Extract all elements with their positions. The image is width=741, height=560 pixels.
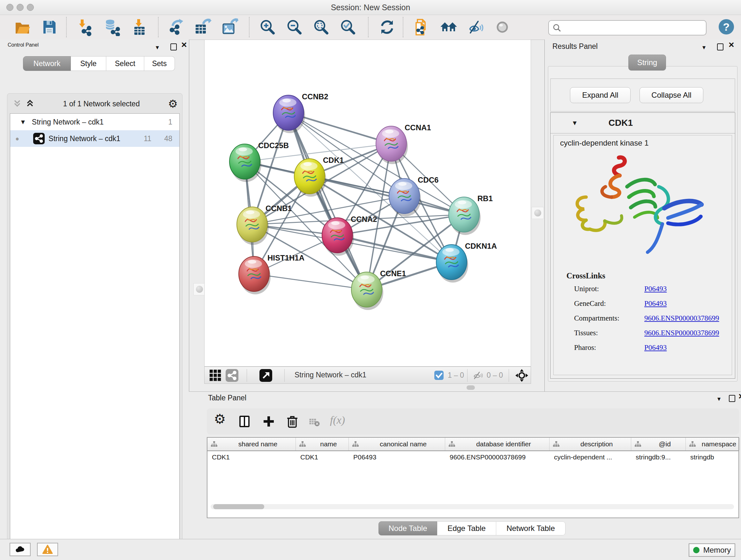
table-horizontal-scrollbar[interactable]: [211, 504, 734, 509]
table-cell[interactable]: stringdb: [686, 451, 740, 464]
search-box[interactable]: [548, 20, 706, 36]
table-panel-close-icon[interactable]: ×: [738, 393, 741, 401]
edge-ccnb2-ccne1[interactable]: [288, 113, 367, 290]
grid-view-icon[interactable]: [209, 369, 222, 383]
node-cdc6[interactable]: [389, 179, 421, 216]
show-all-button[interactable]: [493, 18, 511, 36]
network-tree-root-row[interactable]: ▼ String Network – cdk1 1: [10, 114, 179, 130]
export-network-button[interactable]: [167, 18, 185, 36]
edge-cdk1-rb1[interactable]: [310, 176, 464, 214]
node-cdk1[interactable]: [294, 159, 326, 197]
crosslink-link[interactable]: P06493: [644, 344, 667, 352]
edge-ccna2-cdkn1a[interactable]: [337, 235, 452, 262]
string-network-gray-icon[interactable]: [226, 369, 239, 383]
zoom-selected-button[interactable]: [339, 18, 357, 36]
tab-network-table[interactable]: Network Table: [496, 521, 565, 536]
table-cell[interactable]: 9606.ENSP00000378699: [445, 451, 549, 464]
expand-all-networks-icon[interactable]: [12, 98, 22, 109]
export-image-button[interactable]: [220, 18, 239, 36]
memory-button[interactable]: Memory: [689, 543, 735, 557]
first-neighbors-button[interactable]: [413, 18, 431, 36]
table-row[interactable]: CDK1CDK1P064939606.ENSP00000378699cyclin…: [207, 451, 738, 464]
results-panel-float-icon[interactable]: [717, 44, 724, 52]
node-ccne1[interactable]: [351, 272, 383, 310]
tab-style[interactable]: Style: [71, 56, 106, 71]
delete-column-trash-icon[interactable]: [285, 415, 299, 428]
crosslink-link[interactable]: 9606.ENSP00000378699: [644, 329, 719, 337]
column-header-database-identifier[interactable]: database identifier: [445, 438, 549, 450]
right-splitter-handle[interactable]: [532, 207, 544, 219]
network-canvas[interactable]: CCNB2CCNA1CDC25BCDK1CDC6RB1CCNB1CCNA2CDK…: [204, 40, 531, 367]
column-header--id[interactable]: @id: [631, 438, 686, 450]
horizontal-splitter-handle[interactable]: [467, 385, 475, 390]
save-session-button[interactable]: [40, 18, 58, 36]
table-panel-float-icon[interactable]: [729, 395, 735, 403]
collapse-all-button[interactable]: Collapse All: [639, 87, 703, 103]
import-network-file-button[interactable]: [77, 18, 95, 36]
column-header-description[interactable]: description: [549, 438, 631, 450]
tab-network[interactable]: Network: [23, 56, 71, 71]
node-cdc25b[interactable]: [229, 144, 261, 182]
table-cell[interactable]: CDK1: [207, 451, 296, 464]
section-collapse-arrow-icon[interactable]: ▼: [571, 119, 578, 127]
crosslink-link[interactable]: P06493: [644, 300, 667, 308]
node-ccnb2[interactable]: [273, 95, 305, 133]
table-cell[interactable]: CDK1: [296, 451, 349, 464]
create-column-plus-icon[interactable]: [262, 415, 276, 428]
tab-edge-table[interactable]: Edge Table: [437, 521, 496, 536]
collapse-arrow-icon[interactable]: ▼: [20, 118, 26, 126]
table-cell[interactable]: stringdb:9...: [631, 451, 686, 464]
column-header-canonical-name[interactable]: canonical name: [349, 438, 445, 450]
control-panel-close-icon[interactable]: ×: [181, 42, 187, 49]
cloud-status-button[interactable]: [10, 543, 30, 556]
table-panel-menu-icon[interactable]: ▾: [718, 395, 721, 402]
network-tree-child-row[interactable]: ● String Network – cdk1 11 48: [10, 130, 179, 147]
node-ccna2[interactable]: [322, 218, 354, 256]
node-result-header[interactable]: ▼ CDK1: [550, 113, 735, 133]
left-splitter-handle[interactable]: [193, 283, 205, 295]
results-panel-close-icon[interactable]: ×: [729, 42, 734, 49]
node-ccna1[interactable]: [376, 126, 408, 164]
search-input[interactable]: [562, 22, 706, 34]
column-header-shared-name[interactable]: shared name: [207, 438, 296, 450]
table-options-gear-icon[interactable]: ⚙: [214, 412, 228, 426]
edge-hist1h1a-ccne1[interactable]: [254, 274, 367, 290]
open-file-button[interactable]: [13, 18, 31, 36]
tab-sets[interactable]: Sets: [144, 56, 175, 71]
column-header-namespace[interactable]: namespace: [686, 438, 740, 450]
node-rb1[interactable]: [449, 197, 481, 235]
node-hist1h1a[interactable]: [239, 256, 271, 294]
node-ccnb1[interactable]: [237, 207, 269, 245]
show-columns-icon[interactable]: [238, 415, 252, 428]
tab-select[interactable]: Select: [106, 56, 144, 71]
network-options-gear-icon[interactable]: ⚙: [168, 99, 178, 109]
selected-checkbox-icon[interactable]: [434, 371, 444, 381]
crosslink-link[interactable]: P06493: [644, 285, 667, 293]
node-cdkn1a[interactable]: [436, 245, 468, 283]
scrollbar-thumb[interactable]: [213, 504, 264, 509]
control-panel-menu-icon[interactable]: ▾: [156, 44, 159, 51]
column-header-name[interactable]: name: [296, 438, 349, 450]
zoom-out-button[interactable]: [285, 18, 303, 36]
import-table-file-button[interactable]: [131, 18, 148, 36]
control-panel-float-icon[interactable]: [171, 44, 177, 52]
crosslink-link[interactable]: 9606.ENSP00000378699: [644, 314, 719, 322]
table-cell[interactable]: cyclin-dependent ...: [549, 451, 631, 464]
import-network-database-button[interactable]: [104, 18, 122, 36]
warning-status-button[interactable]: [37, 543, 58, 556]
results-panel-menu-icon[interactable]: ▾: [702, 44, 705, 51]
birdseye-view-icon[interactable]: [259, 369, 272, 383]
show-graphics-details-button[interactable]: [440, 18, 458, 36]
zoom-fit-button[interactable]: [312, 18, 330, 36]
hidden-eye-icon[interactable]: [472, 370, 483, 382]
collapse-all-networks-icon[interactable]: [25, 98, 35, 109]
fit-selected-crosshair-icon[interactable]: [515, 368, 529, 384]
help-button[interactable]: ?: [719, 19, 734, 35]
zoom-in-button[interactable]: [259, 18, 276, 36]
tab-node-table[interactable]: Node Table: [379, 521, 437, 536]
tab-string[interactable]: String: [628, 55, 666, 71]
refresh-button[interactable]: [378, 18, 396, 36]
table-cell[interactable]: P06493: [349, 451, 445, 464]
expand-all-button[interactable]: Expand All: [570, 87, 630, 103]
hide-selected-button[interactable]: [467, 18, 484, 36]
